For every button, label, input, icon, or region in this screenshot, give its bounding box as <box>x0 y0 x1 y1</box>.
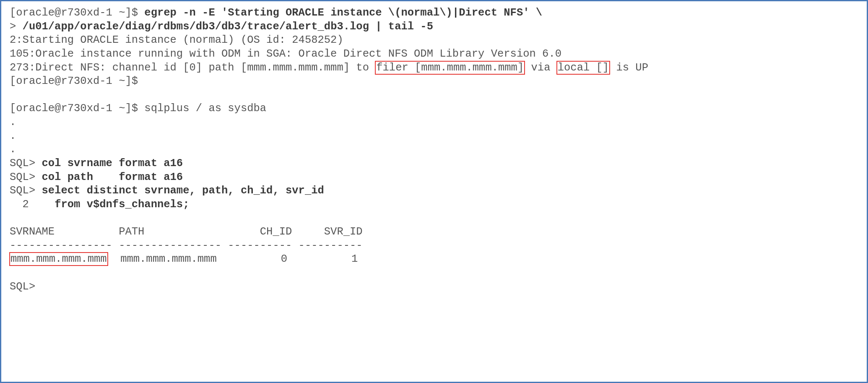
sql-select: select distinct svrname, path, ch_id, sv… <box>42 185 324 197</box>
command-egrep: egrep -n -E 'Starting ORACLE instance \(… <box>144 7 542 19</box>
output-line-1: 2:Starting ORACLE instance (normal) (OS … <box>10 34 343 46</box>
dot-2: . <box>10 130 16 142</box>
sql-line-2: 2 <box>10 198 55 211</box>
highlight-svrname-value: mmm.mmm.mmm.mmm <box>9 252 108 266</box>
dot-1: . <box>10 116 16 128</box>
highlight-local: local [] <box>556 61 610 75</box>
sql-from: from v$dnfs_channels; <box>55 198 189 211</box>
highlight-filer: filer [mmm.mmm.mmm.mmm] <box>375 61 525 75</box>
sql-prompt-1: SQL> <box>10 157 42 169</box>
table-header: SVRNAME PATH CH_ID SVR_ID <box>10 226 363 238</box>
dot-3: . <box>10 143 16 156</box>
terminal-output[interactable]: [oracle@r730xd-1 ~]$ egrep -n -E 'Starti… <box>1 1 867 299</box>
continuation-prompt: > <box>10 21 23 33</box>
shell-prompt-2: [oracle@r730xd-1 ~]$ <box>10 102 144 115</box>
command-sqlplus: sqlplus / as sysdba <box>144 102 266 115</box>
command-egrep-cont: /u01/app/oracle/diag/rdbms/db3/db3/trace… <box>23 21 433 33</box>
shell-prompt-idle: [oracle@r730xd-1 ~]$ <box>10 75 138 87</box>
output-line-3a: 273:Direct NFS: channel id [0] path [mmm… <box>10 62 375 74</box>
sql-prompt-3: SQL> <box>10 185 42 197</box>
sql-prompt-2: SQL> <box>10 171 42 183</box>
table-rule: ---------------- ---------------- ------… <box>10 240 363 252</box>
shell-prompt: [oracle@r730xd-1 ~]$ <box>10 7 144 19</box>
output-line-2: 105:Oracle instance running with ODM in … <box>10 48 561 60</box>
sql-col-svrname: col svrname format a16 <box>42 157 183 169</box>
table-row-rest: mmm.mmm.mmm.mmm 0 1 <box>108 253 358 265</box>
output-line-3b: via <box>525 62 557 74</box>
sql-col-path: col path format a16 <box>42 171 183 183</box>
sql-prompt-end: SQL> <box>10 281 35 293</box>
output-line-3c: is UP <box>610 62 648 74</box>
